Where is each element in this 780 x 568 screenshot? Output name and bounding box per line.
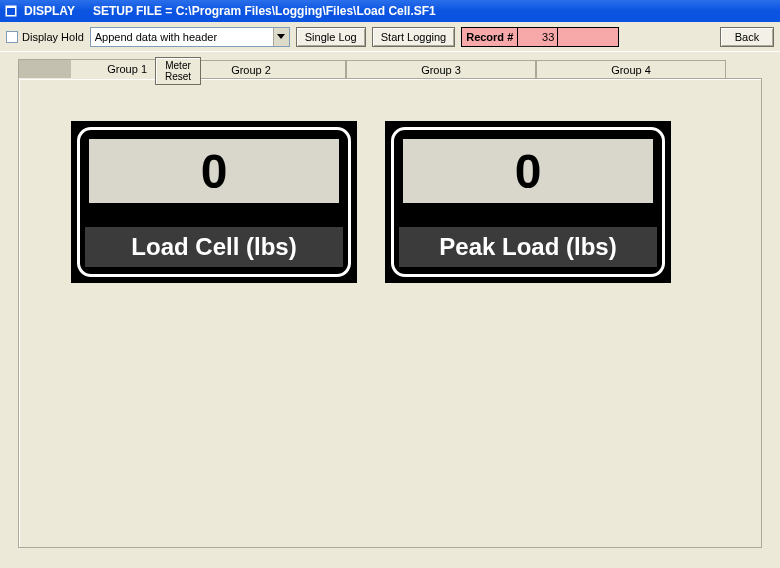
app-title: DISPLAY (24, 4, 75, 18)
meter-reset-button[interactable]: Meter Reset (155, 57, 201, 85)
append-mode-combobox[interactable]: Append data with header (90, 27, 290, 47)
record-label: Record # (462, 28, 518, 46)
record-indicator: Record # 33 (461, 27, 619, 47)
single-log-button[interactable]: Single Log (296, 27, 366, 47)
checkbox-box (6, 31, 18, 43)
tab-page-group-1: 0 Load Cell (lbs) 0 Peak Load (lbs) (18, 78, 762, 548)
tab-group-4[interactable]: Group 4 (536, 60, 726, 78)
record-blank (558, 28, 618, 46)
tab-label: Group 3 (347, 64, 535, 76)
back-button[interactable]: Back (720, 27, 774, 47)
setup-file-label: SETUP FILE = C:\Program Files\Logging\Fi… (93, 4, 436, 18)
tab-label: Group 1 (19, 63, 155, 75)
append-mode-value: Append data with header (91, 31, 273, 43)
start-logging-button[interactable]: Start Logging (372, 27, 455, 47)
gauge-peak-load: 0 Peak Load (lbs) (385, 121, 671, 283)
gauge-value: 0 (89, 139, 339, 203)
svg-rect-1 (7, 8, 15, 15)
gauge-label: Load Cell (lbs) (85, 227, 343, 267)
gauges-row: 0 Load Cell (lbs) 0 Peak Load (lbs) (19, 79, 761, 325)
tab-strip: Group 1 Group 2 Group 3 Group 4 Meter Re… (0, 56, 780, 78)
tab-group-3[interactable]: Group 3 (346, 60, 536, 78)
gauge-load-cell: 0 Load Cell (lbs) (71, 121, 357, 283)
gauge-label: Peak Load (lbs) (399, 227, 657, 267)
tab-group-1[interactable]: Group 1 (18, 59, 156, 79)
display-hold-checkbox[interactable]: Display Hold (6, 31, 84, 43)
app-icon (4, 4, 18, 18)
display-hold-label: Display Hold (22, 31, 84, 43)
record-value: 33 (518, 28, 558, 46)
svg-marker-2 (277, 34, 285, 39)
chevron-down-icon (273, 28, 289, 46)
window-titlebar: DISPLAY SETUP FILE = C:\Program Files\Lo… (0, 0, 780, 22)
tab-label: Group 4 (537, 64, 725, 76)
gauge-value: 0 (403, 139, 653, 203)
meter-reset-label: Meter Reset (165, 60, 191, 82)
toolbar: Display Hold Append data with header Sin… (0, 22, 780, 52)
